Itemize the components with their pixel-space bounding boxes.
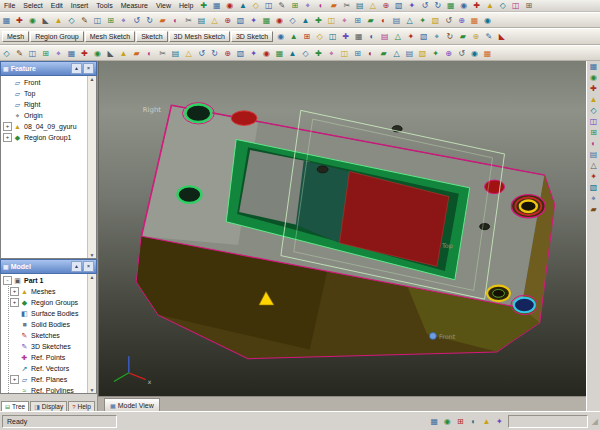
3d-model[interactable]	[137, 103, 554, 359]
tree-expander-icon[interactable]: +	[3, 133, 12, 142]
toolbar-icon[interactable]: ◇	[249, 0, 262, 11]
toolbar-icon[interactable]: ⌖	[588, 193, 600, 204]
toolbar-icon[interactable]: ◐	[377, 15, 390, 26]
feature-tree-item[interactable]: ▱ Right	[3, 99, 87, 110]
toolbar-icon[interactable]: ✦	[429, 48, 442, 59]
status-icon[interactable]: ▦	[428, 416, 441, 427]
toolbar-icon[interactable]: ⌖	[430, 31, 443, 42]
toolbar-icon[interactable]: ▲	[236, 0, 249, 11]
toolbar-icon[interactable]: ✦	[405, 0, 418, 11]
tree-expander-icon[interactable]: +	[10, 287, 19, 296]
toolbar-icon[interactable]: ▦	[210, 0, 223, 11]
toolbar-icon[interactable]: ◉	[481, 15, 494, 26]
toolbar-icon[interactable]: ▰	[456, 31, 469, 42]
toolbar-icon[interactable]: ▧	[416, 48, 429, 59]
toolbar-icon[interactable]: △	[366, 0, 379, 11]
toolbar-icon[interactable]: ▧	[417, 31, 430, 42]
toolbar-icon[interactable]: ⌖	[117, 15, 130, 26]
menu-item[interactable]: Help	[175, 2, 197, 9]
toolbar-icon[interactable]: ▤	[353, 0, 366, 11]
model-tree-item[interactable]: ✎ Sketches	[10, 330, 87, 341]
toolbar-icon[interactable]: ✚	[470, 0, 483, 11]
status-icon[interactable]: ▲	[480, 416, 493, 427]
status-icon[interactable]: ◉	[441, 416, 454, 427]
scroll-down-icon[interactable]: ▼	[90, 387, 95, 393]
toolbar-icon[interactable]: △	[208, 15, 221, 26]
mode-tab[interactable]: 3D Mesh Sketch	[169, 31, 230, 42]
toolbar-icon[interactable]: ▧	[588, 182, 600, 193]
toolbar-icon[interactable]: ◉	[223, 0, 236, 11]
toolbar-icon[interactable]: ◉	[468, 48, 481, 59]
toolbar-icon[interactable]: ◐	[588, 138, 600, 149]
toolbar-icon[interactable]: ◇	[496, 0, 509, 11]
toolbar-icon[interactable]: ◇	[588, 105, 600, 116]
toolbar-icon[interactable]: ✚	[312, 48, 325, 59]
toolbar-icon[interactable]: △	[391, 31, 404, 42]
toolbar-icon[interactable]: ◣	[495, 31, 508, 42]
toolbar-icon[interactable]: ▰	[377, 48, 390, 59]
toolbar-icon[interactable]: ▤	[588, 149, 600, 160]
toolbar-icon[interactable]: ⌖	[52, 48, 65, 59]
mode-tab[interactable]: 3D Sketch	[231, 31, 273, 42]
menu-item[interactable]: Measure	[117, 2, 152, 9]
toolbar-icon[interactable]: ◫	[325, 15, 338, 26]
menu-item[interactable]: Select	[19, 2, 46, 9]
model-tree-item[interactable]: + ▱ Ref. Planes	[10, 374, 87, 385]
toolbar-icon[interactable]: ⊕	[379, 0, 392, 11]
toolbar-icon[interactable]: ▲	[299, 15, 312, 26]
toolbar-icon[interactable]: ◐	[143, 48, 156, 59]
toolbar-icon[interactable]: ◉	[26, 15, 39, 26]
toolbar-icon[interactable]: ▲	[588, 94, 600, 105]
toolbar-icon[interactable]: ✚	[78, 48, 91, 59]
menu-item[interactable]: Insert	[67, 2, 93, 9]
toolbar-icon[interactable]: ⊕	[469, 31, 482, 42]
toolbar-icon[interactable]: ⊕	[221, 15, 234, 26]
toolbar-icon[interactable]: ◣	[39, 15, 52, 26]
toolbar-icon[interactable]: ▧	[429, 15, 442, 26]
toolbar-icon[interactable]: ◉	[457, 0, 470, 11]
toolbar-icon[interactable]: ▲	[483, 0, 496, 11]
toolbar-icon[interactable]: ↺	[418, 0, 431, 11]
toolbar-icon[interactable]: ↻	[431, 0, 444, 11]
toolbar-icon[interactable]: ▰	[588, 204, 600, 215]
toolbar-icon[interactable]: △	[403, 15, 416, 26]
toolbar-icon[interactable]: ◣	[104, 48, 117, 59]
toolbar-icon[interactable]: ⊞	[104, 15, 117, 26]
toolbar-icon[interactable]: ✎	[78, 15, 91, 26]
toolbar-icon[interactable]: ▲	[117, 48, 130, 59]
toolbar-icon[interactable]: ◇	[0, 48, 13, 59]
toolbar-icon[interactable]: ◐	[365, 31, 378, 42]
toolbar-icon[interactable]: ▰	[156, 15, 169, 26]
mode-tab[interactable]: Mesh Sketch	[85, 31, 135, 42]
panel-collapse-button[interactable]: ▲	[71, 261, 82, 272]
toolbar-icon[interactable]: ▦	[273, 48, 286, 59]
toolbar-icon[interactable]: ✚	[588, 83, 600, 94]
toolbar-icon[interactable]: ▲	[52, 15, 65, 26]
toolbar-icon[interactable]: ▦	[260, 15, 273, 26]
toolbar-icon[interactable]: ⊞	[351, 48, 364, 59]
toolbar-icon[interactable]: ↻	[208, 48, 221, 59]
model-tree-item[interactable]: ◧ Surface Bodies	[10, 308, 87, 319]
menu-item[interactable]: Edit	[47, 2, 67, 9]
mode-tab[interactable]: Mesh	[2, 31, 29, 42]
panel-close-button[interactable]: ×	[83, 261, 94, 272]
toolbar-icon[interactable]: ⊞	[351, 15, 364, 26]
toolbar-icon[interactable]: ⌖	[338, 15, 351, 26]
menu-item[interactable]: Tools	[92, 2, 116, 9]
tree-expander-icon[interactable]: +	[3, 122, 12, 131]
toolbar-icon[interactable]: ↺	[130, 15, 143, 26]
toolbar-icon[interactable]: ✚	[312, 15, 325, 26]
toolbar-icon[interactable]: ◉	[588, 72, 600, 83]
toolbar-icon[interactable]: ▦	[444, 0, 457, 11]
toolbar-icon[interactable]: ✦	[588, 171, 600, 182]
toolbar-icon[interactable]: ▤	[403, 48, 416, 59]
tree-expander-icon[interactable]: -	[3, 276, 12, 285]
3d-viewport-canvas[interactable]: Right Top Front x	[99, 61, 586, 396]
toolbar-icon[interactable]: ◫	[262, 0, 275, 11]
toolbar-icon[interactable]: ◫	[338, 48, 351, 59]
toolbar-icon[interactable]: ✦	[247, 15, 260, 26]
menu-item[interactable]: File	[0, 2, 19, 9]
toolbar-icon[interactable]: ↺	[442, 15, 455, 26]
feature-tree-scrollbar[interactable]: ▲ ▼	[87, 76, 96, 258]
model-tree-scrollbar[interactable]: ▲ ▼	[87, 274, 96, 393]
